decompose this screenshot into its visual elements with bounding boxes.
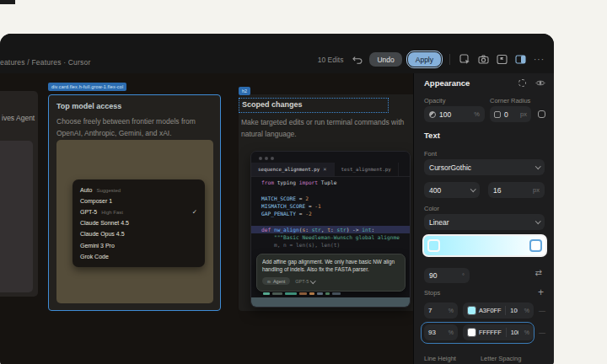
gradient-stop-row[interactable]: 93%FFFFFF100%—	[424, 324, 545, 340]
effects-icon[interactable]	[518, 79, 526, 87]
editor-status-strip	[251, 297, 410, 308]
chevron-down-icon	[535, 218, 540, 223]
font-weight-value: 400	[429, 186, 441, 195]
color-swatch[interactable]	[467, 306, 476, 315]
stop-position-field[interactable]: 93%	[424, 324, 458, 340]
code-line: GAP_PENALTY = -2	[261, 210, 410, 217]
model-dropdown: AutoSuggestedComposer 1GPT-5High Fast✓Cl…	[73, 179, 205, 267]
more-menu-icon[interactable]: ···	[533, 53, 545, 66]
corner-radius-unit: px	[520, 110, 527, 118]
code-line	[261, 217, 410, 225]
model-option[interactable]: Gemini 3 Pro	[73, 239, 205, 250]
code-line: from typing import Tuple	[261, 179, 410, 186]
stop-position-value[interactable]: 93	[428, 329, 436, 336]
stop-hex-value[interactable]: FFFFFF	[479, 329, 502, 336]
partial-card-box: ed?	[0, 141, 33, 292]
gradient-stop-handle-end[interactable]	[529, 239, 542, 252]
editor-tab[interactable]: test_alignment.py	[335, 163, 399, 176]
card-body: Make targeted edits or run terminal comm…	[241, 117, 404, 140]
model-name: Claude Sonnet 4.5	[80, 220, 129, 226]
font-size-unit: px	[533, 186, 540, 194]
agent-label: Agent	[273, 279, 285, 284]
design-canvas[interactable]: ives Agent ed? div.card.flex.h-full.grow…	[0, 73, 413, 364]
corner-radius-value[interactable]: 0	[504, 110, 508, 119]
opacity-value[interactable]: 100	[439, 110, 451, 119]
model-option[interactable]: Claude Opus 4.5	[73, 228, 205, 239]
model-option[interactable]: Composer 1	[73, 195, 205, 206]
inspect-cursor-icon[interactable]	[459, 53, 471, 66]
toolbar-divider	[449, 54, 450, 65]
stop-color-field[interactable]: A3F0FF100%	[463, 302, 534, 318]
model-name: Composer 1	[80, 198, 112, 204]
card-body: Choose freely between frontier models fr…	[56, 116, 196, 139]
stop-opacity-value[interactable]: 100	[511, 329, 518, 336]
color-mode-select[interactable]: Linear	[424, 214, 545, 230]
add-stop-icon[interactable]: +	[538, 286, 544, 298]
apply-button[interactable]: Apply	[408, 52, 441, 67]
gradient-angle-unit: °	[462, 272, 465, 280]
reverse-gradient-icon[interactable]: ⇄	[535, 268, 542, 277]
model-note: High Fast	[101, 210, 123, 215]
model-name: Gemini 3 Pro	[80, 243, 115, 249]
stop-position-field[interactable]: 7%	[424, 302, 458, 318]
font-family-select[interactable]: CursorGothic	[424, 159, 545, 175]
corner-radius-label: Corner Radius	[490, 97, 530, 104]
editor-tab-bar: sequence_alignment.py×test_alignment.py	[251, 163, 410, 177]
flag-icon[interactable]	[496, 53, 508, 66]
appearance-heading: Appearance	[424, 78, 470, 88]
stop-opacity-value[interactable]: 100	[510, 307, 518, 314]
visibility-eye-icon[interactable]	[535, 79, 545, 87]
corner-detail-icon	[538, 110, 545, 118]
gradient-angle-value[interactable]: 90	[429, 271, 437, 280]
font-size-value[interactable]: 16	[493, 186, 501, 195]
card-title: Top model access	[56, 102, 121, 110]
font-size-field[interactable]: 16 px	[488, 182, 545, 198]
close-icon[interactable]: ×	[323, 166, 326, 173]
model-option[interactable]: Grok Code	[73, 251, 205, 262]
gradient-stop-row[interactable]: 7%A3F0FF100%—	[424, 302, 545, 318]
agent-mode-pill[interactable]: ∞ Agent	[262, 277, 290, 285]
model-picker[interactable]: GPT-5	[295, 279, 314, 284]
camera-icon[interactable]	[477, 53, 490, 66]
stop-hex-value[interactable]: A3F0FF	[479, 307, 501, 314]
scoped-changes-card[interactable]: Scoped changes Make targeted edits or ru…	[239, 94, 413, 311]
stop-position-value[interactable]: 7	[428, 307, 432, 314]
partial-card-title: ives Agent	[2, 114, 35, 122]
gradient-preview-bar[interactable]	[422, 234, 547, 257]
gradient-angle-field[interactable]: 90 °	[424, 268, 470, 283]
model-selector-backdrop: AutoSuggestedComposer 1GPT-5High Fast✓Cl…	[56, 140, 213, 303]
gradient-stop-handle-start[interactable]	[427, 239, 440, 252]
h2-tag: h2	[239, 87, 250, 95]
opacity-field[interactable]: 100 %	[424, 106, 485, 122]
minified-code-line	[263, 292, 341, 295]
undo-button[interactable]: Undo	[369, 52, 401, 67]
model-option[interactable]: Claude Sonnet 4.5	[73, 217, 205, 228]
editor-tab[interactable]: sequence_alignment.py×	[251, 163, 335, 176]
screenshot-root: eatures / Features · Cursor 10 Edits Und…	[0, 0, 607, 364]
stop-color-field[interactable]: FFFFFF100%	[463, 324, 534, 340]
model-access-card[interactable]: Top model access Choose freely between f…	[48, 94, 221, 311]
font-label: Font	[424, 150, 437, 158]
line-height-label: Line Height	[424, 355, 456, 362]
breadcrumb[interactable]: eatures / Features · Cursor	[0, 58, 90, 67]
agent-prompt-box[interactable]: Add affine gap alignment. We only have b…	[256, 254, 406, 292]
edits-count: 10 Edits	[318, 56, 344, 64]
corner-radius-field[interactable]: 0 px	[490, 106, 531, 122]
partial-left-card[interactable]: ives Agent ed?	[0, 91, 38, 297]
stop-position-unit: %	[449, 329, 454, 335]
code-area: from typing import Tuple MATCH_SCORE = 2…	[251, 179, 410, 249]
letter-spacing-label: Letter Spacing	[481, 355, 521, 362]
opacity-label: Opacity	[424, 97, 445, 104]
remove-stop-button[interactable]: —	[539, 307, 545, 314]
model-option[interactable]: GPT-5High Fast✓	[73, 206, 205, 217]
model-option[interactable]: AutoSuggested	[73, 185, 205, 195]
corner-radius-detail-button[interactable]	[534, 106, 548, 122]
remove-stop-button[interactable]: —	[539, 329, 545, 336]
undo-arrow-icon[interactable]	[351, 53, 363, 66]
code-line	[261, 186, 410, 194]
font-weight-select[interactable]: 400	[424, 182, 480, 198]
color-swatch[interactable]	[467, 328, 476, 337]
divider	[506, 328, 507, 337]
panel-right-icon[interactable]	[514, 53, 527, 66]
editor-window: eatures / Features · Cursor 10 Edits Und…	[0, 34, 554, 364]
